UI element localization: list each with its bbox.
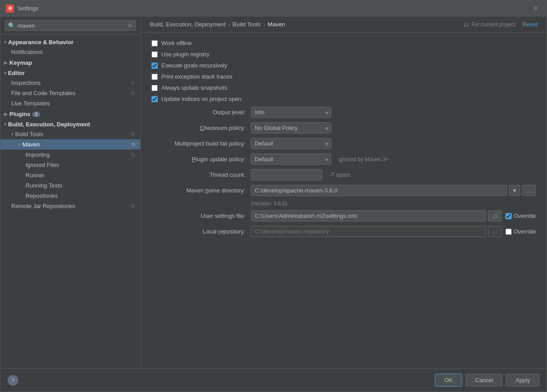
breadcrumb-item-2: Build Tools (232, 21, 261, 28)
appearance-behavior-label: Appearance & Behavior (8, 39, 74, 46)
checksum-policy-control: No Global Policy Ignore Warn Fail (251, 122, 536, 133)
multiproject-row: Multiproject build fail policy: Default … (151, 138, 536, 149)
maven-home-dropdown-btn[interactable]: ▾ (509, 185, 520, 196)
maven-home-browse-btn[interactable]: … (522, 185, 536, 196)
footer-left: ? (8, 375, 18, 386)
reset-button[interactable]: Reset (522, 21, 538, 28)
sidebar-item-editor[interactable]: ▾ Editor (0, 67, 140, 78)
print-exception-checkbox[interactable] (151, 74, 158, 80)
execute-goals-checkbox[interactable] (151, 63, 158, 69)
local-repo-override-checkbox[interactable] (505, 229, 512, 235)
update-indices-label: Update indices on project open (161, 96, 241, 102)
execute-goals-label: Execute goals recursively (161, 62, 227, 69)
use-plugin-registry-label: Use plugin registry (161, 51, 210, 58)
file-code-templates-label: File and Code Templates (11, 90, 76, 96)
arrow-icon: ▾ (4, 71, 6, 75)
sidebar-item-repositories[interactable]: Repositories (0, 191, 140, 201)
copy-icon: ⧉ (131, 142, 135, 147)
apply-button[interactable]: Apply (506, 374, 539, 387)
ignored-files-label: Ignored Files (25, 162, 59, 168)
arrow-icon: ▾ (4, 40, 6, 45)
sidebar-item-inspections[interactable]: Inspections ⧉ (0, 78, 140, 88)
user-settings-input[interactable] (251, 210, 486, 221)
window-title: Settings (17, 5, 530, 12)
use-plugin-registry-checkbox[interactable] (151, 51, 158, 58)
breadcrumb-item-1: Build, Execution, Deployment (150, 21, 226, 28)
user-settings-override-checkbox[interactable] (505, 213, 512, 219)
sidebar-item-build-tools[interactable]: ▾ Build Tools ⧉ (0, 129, 140, 139)
breadcrumb-arrow-1: › (228, 22, 230, 27)
sidebar-item-live-templates[interactable]: Live Templates (0, 98, 140, 108)
thread-count-input[interactable] (251, 169, 322, 180)
arrow-icon: ▶ (4, 112, 8, 117)
for-project-label: 🗂 For current project (464, 21, 515, 28)
maven-home-input[interactable] (251, 185, 507, 196)
search-clear-button[interactable]: ✕ (127, 22, 133, 29)
copy-icon: ⧉ (131, 203, 135, 209)
plugin-update-dropdown[interactable]: Default Always Never Daily (251, 154, 331, 165)
close-button[interactable]: ✕ (530, 3, 541, 13)
maven-home-control: ▾ … (251, 185, 536, 196)
arrow-icon: ▶ (4, 60, 8, 65)
sidebar-item-file-code-templates[interactable]: File and Code Templates ⧉ (0, 88, 140, 98)
maven-home-label: Maven home directory: (151, 187, 245, 194)
always-update-checkbox[interactable] (151, 85, 158, 91)
sidebar-item-appearance-behavior[interactable]: ▾ Appearance & Behavior (0, 37, 140, 47)
user-settings-browse-btn[interactable]: 🗂 (488, 210, 502, 221)
nav-tree: ▾ Appearance & Behavior Notifications ▶ … (0, 35, 140, 368)
search-input[interactable] (17, 22, 127, 29)
cancel-button[interactable]: Cancel (466, 374, 502, 387)
arrow-icon: ▾ (4, 122, 6, 127)
local-repo-browse-btn[interactable]: 🗂 (488, 226, 502, 237)
build-tools-label: Build Tools (15, 131, 43, 138)
breadcrumb-bar: Build, Execution, Deployment › Build Too… (141, 17, 547, 33)
output-level-dropdown-wrap: Info Debug Warning Error (251, 107, 331, 118)
dialog-footer: ? OK Cancel Apply (0, 368, 547, 392)
copy-icon: ⧉ (131, 90, 135, 96)
local-repo-label: Local repository: (151, 228, 245, 235)
multiproject-dropdown[interactable]: Default At End Fast Never (251, 138, 331, 149)
user-settings-override-wrap: Override (505, 213, 536, 219)
sidebar-item-maven[interactable]: ▾ Maven ⧉ (0, 139, 140, 150)
plugin-update-control: Default Always Never Daily ignored by Ma… (251, 154, 536, 165)
update-indices-checkbox[interactable] (151, 96, 158, 102)
sidebar-item-notifications[interactable]: Notifications (0, 47, 140, 57)
work-offline-label: Work offline (161, 40, 192, 46)
plugin-update-label: Plugin update policy: (151, 156, 245, 163)
runner-label: Runner (25, 172, 45, 179)
repositories-label: Repositories (25, 192, 58, 199)
running-tests-label: Running Tests (25, 182, 62, 189)
local-repo-control: 🗂 Override (251, 226, 536, 237)
sidebar-item-running-tests[interactable]: Running Tests (0, 180, 140, 191)
checkbox-print-exception: Print exception stack traces (151, 73, 536, 80)
work-offline-checkbox[interactable] (151, 40, 158, 46)
thread-count-label: Thread count: (151, 171, 245, 178)
checksum-policy-dropdown[interactable]: No Global Policy Ignore Warn Fail (251, 122, 331, 133)
maven-label: Maven (22, 141, 40, 148)
local-repo-file-wrap: 🗂 (251, 226, 502, 237)
maven-home-dir-wrap: ▾ … (251, 185, 536, 196)
ok-button[interactable]: OK (435, 374, 462, 387)
thread-count-control: -T option (251, 169, 536, 180)
sidebar-item-keymap[interactable]: ▶ Keymap (0, 57, 140, 67)
sidebar-item-ignored-files[interactable]: Ignored Files (0, 160, 140, 170)
checksum-policy-dropdown-wrap: No Global Policy Ignore Warn Fail (251, 122, 331, 133)
thread-count-hint: -T option (329, 172, 350, 178)
search-input-wrap: 🔍 ✕ (5, 20, 136, 31)
help-button[interactable]: ? (8, 375, 18, 386)
maven-home-row: Maven home directory: ▾ … (151, 185, 536, 196)
sidebar: 🔍 ✕ ▾ Appearance & Behavior Notification… (0, 17, 141, 368)
sidebar-item-plugins[interactable]: ▶ Plugins 3 (0, 108, 140, 119)
editor-label: Editor (8, 70, 25, 76)
local-repo-input[interactable] (251, 226, 486, 237)
checkbox-use-plugin-registry: Use plugin registry (151, 51, 536, 58)
user-settings-row: User settings file: 🗂 Override (151, 210, 536, 221)
sidebar-item-runner[interactable]: Runner (0, 170, 140, 180)
output-level-dropdown[interactable]: Info Debug Warning Error (251, 107, 331, 118)
inspections-label: Inspections (11, 79, 41, 86)
sidebar-item-remote-jar-repositories[interactable]: Remote Jar Repositories ⧉ (0, 201, 140, 211)
sidebar-item-build-execution-deployment[interactable]: ▾ Build, Execution, Deployment (0, 119, 140, 129)
plugins-badge: 3 (32, 112, 40, 117)
thread-count-row: Thread count: -T option (151, 169, 536, 180)
sidebar-item-importing[interactable]: Importing ⧉ (0, 150, 140, 160)
